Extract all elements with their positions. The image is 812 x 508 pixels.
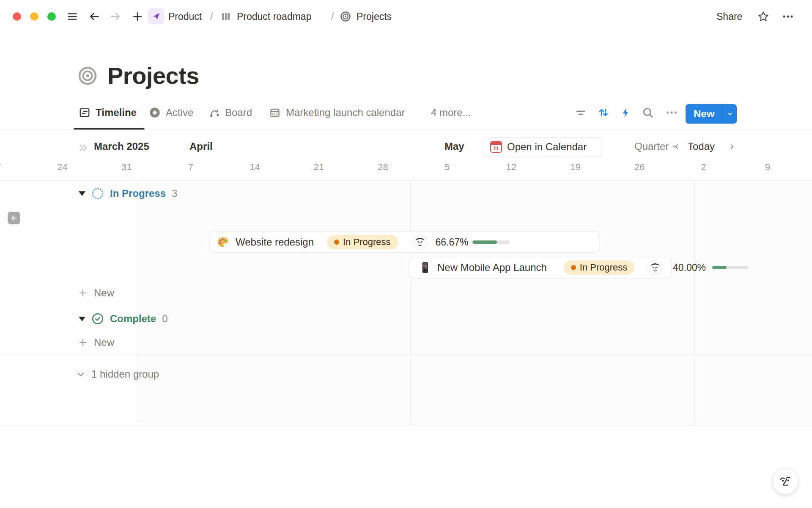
prev-period-chevron[interactable]: ‹: [675, 140, 679, 153]
sort-icon[interactable]: [597, 106, 610, 119]
group-divider: [0, 354, 812, 354]
timeline-card-new-mobile-app-launch[interactable]: New Mobile App Launch In Progress: [409, 257, 672, 278]
page-icon-target[interactable]: [78, 66, 97, 86]
timeline-grid: [0, 180, 812, 425]
group-count: 3: [172, 188, 177, 199]
progress-fill: [472, 240, 497, 244]
breadcrumb-product-icon[interactable]: [148, 8, 164, 24]
group-name[interactable]: Complete: [110, 313, 156, 325]
progress-bar: [712, 266, 748, 269]
window-titlebar: Product / Product roadmap / Projects Sha…: [0, 0, 812, 27]
plus-icon: [78, 337, 88, 348]
month-label-may: May: [444, 141, 464, 152]
timeline-zoom-select[interactable]: Quarter: [634, 141, 678, 152]
group-header-in-progress: In Progress 3: [79, 186, 177, 201]
date-tick: 9: [765, 162, 770, 173]
timeline-card-website-redesign[interactable]: Website redesign In Progress 66.67%: [210, 232, 599, 253]
date-tick: 31: [121, 162, 132, 173]
month-separator-june: [694, 181, 694, 425]
next-period-chevron[interactable]: ›: [730, 140, 734, 153]
star-circle-icon: [149, 107, 161, 119]
hidden-group-row[interactable]: 1 hidden group: [75, 367, 159, 381]
automations-zap-icon[interactable]: [619, 106, 633, 119]
past-shading: [0, 181, 136, 425]
tab-marketing-launch-calendar[interactable]: Marketing launch calendar: [269, 107, 405, 119]
month-separator-may: [410, 181, 411, 425]
tab-label: Active: [166, 107, 193, 119]
new-button[interactable]: New: [686, 104, 722, 124]
tab-more-views[interactable]: 4 more...: [431, 107, 471, 119]
collapse-triangle-icon[interactable]: [79, 317, 85, 321]
board-view-icon: [208, 107, 220, 119]
progress-percent: 66.67%: [436, 237, 469, 248]
close-window-button[interactable]: [13, 12, 21, 21]
in-progress-dotted-circle-icon: [91, 187, 104, 200]
target-icon: [339, 10, 352, 23]
tab-label: Timeline: [96, 107, 137, 119]
tab-label: Board: [225, 107, 252, 119]
ai-face-icon: [777, 473, 793, 489]
new-button-dropdown[interactable]: [722, 104, 737, 124]
favorite-star-icon[interactable]: [757, 10, 770, 23]
minimize-window-button[interactable]: [30, 12, 38, 21]
back-icon[interactable]: [88, 10, 101, 23]
new-button-group: New: [686, 104, 737, 124]
red-calendar-icon: 11: [490, 141, 502, 153]
forward-icon[interactable]: [109, 10, 122, 23]
date-tick: 5: [444, 162, 450, 173]
new-item-row-in-progress[interactable]: New: [78, 287, 114, 299]
mobile-phone-emoji-icon: [419, 261, 431, 274]
tab-board[interactable]: Board: [208, 107, 252, 119]
status-badge: In Progress: [327, 235, 398, 249]
page-title[interactable]: Projects: [107, 62, 199, 89]
new-page-plus-icon[interactable]: [131, 10, 144, 23]
chevron-down-icon: [75, 369, 86, 380]
date-tick: 12: [506, 162, 516, 173]
tabs-divider: [0, 130, 812, 130]
date-tick: 7: [0, 162, 1, 173]
month-label-april: April: [189, 141, 213, 152]
more-options-icon[interactable]: [782, 10, 794, 23]
date-tick: 26: [634, 162, 645, 173]
group-header-complete: Complete 0: [79, 312, 168, 326]
sidebar-toggle-icon[interactable]: [66, 10, 79, 23]
share-button[interactable]: Share: [716, 11, 742, 22]
new-item-row-complete[interactable]: New: [78, 336, 114, 349]
tab-active[interactable]: Active: [149, 107, 193, 119]
open-in-calendar-button[interactable]: 11 Open in Calendar: [483, 137, 602, 156]
date-tick: 28: [378, 162, 388, 173]
map-icon: [219, 10, 232, 23]
date-tick: 24: [57, 162, 67, 173]
status-badge: In Progress: [564, 260, 635, 275]
date-tick: 2: [701, 162, 706, 173]
breadcrumb-item-roadmap[interactable]: Product roadmap: [237, 11, 311, 22]
zoom-window-button[interactable]: [47, 12, 56, 21]
breadcrumb-item-product[interactable]: Product: [168, 11, 202, 22]
date-tick: 19: [570, 162, 580, 173]
progress-percent: 40.00%: [673, 262, 706, 273]
today-button[interactable]: Today: [688, 141, 715, 152]
breadcrumb-separator: /: [210, 11, 213, 22]
card-title: Website redesign: [236, 236, 314, 248]
breadcrumb-item-projects[interactable]: Projects: [357, 11, 392, 22]
palette-emoji-icon: [217, 236, 229, 248]
view-more-icon[interactable]: [665, 106, 678, 119]
breadcrumb-separator: /: [331, 11, 334, 22]
timeline-view-icon: [79, 107, 91, 119]
group-name[interactable]: In Progress: [110, 188, 166, 199]
filter-icon[interactable]: [574, 106, 587, 119]
scroll-left-button[interactable]: [8, 212, 20, 224]
tab-timeline[interactable]: Timeline: [79, 107, 137, 119]
search-icon[interactable]: [641, 106, 655, 119]
status-dot: [571, 265, 576, 270]
month-separator-april: [136, 181, 136, 425]
date-tick: 21: [314, 162, 324, 173]
ai-assistant-button[interactable]: [772, 468, 798, 494]
assignee-avatar: [413, 235, 427, 249]
month-label-march: March 2025: [94, 141, 149, 152]
plus-icon: [78, 288, 88, 298]
assignee-avatar: [648, 260, 662, 275]
collapse-triangle-icon[interactable]: [79, 191, 85, 196]
date-ticks: 724317142128512192629: [0, 162, 812, 174]
jump-forward-chevrons-icon[interactable]: [78, 142, 89, 153]
